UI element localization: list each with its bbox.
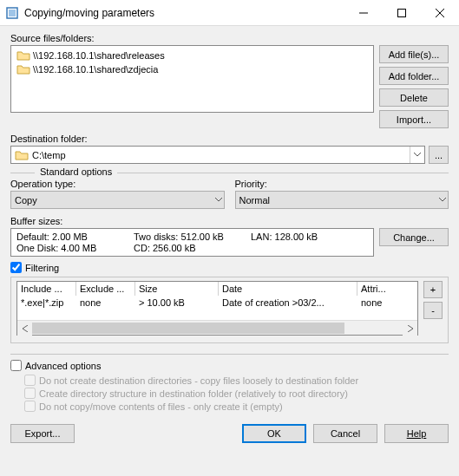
buffer-one-disk: One Disk: 4.00 MB: [16, 243, 134, 253]
priority-value: Normal: [239, 195, 270, 205]
destination-combo[interactable]: C:\temp: [10, 146, 425, 164]
buffer-cd: CD: 256.00 kB: [134, 243, 251, 253]
col-date[interactable]: Date: [219, 282, 357, 296]
window-title: Copying/moving parameters: [24, 7, 344, 19]
operation-type-label: Operation type:: [10, 179, 225, 189]
chevron-down-icon: [215, 198, 222, 202]
maximize-button[interactable]: [383, 0, 421, 26]
svg-rect-3: [398, 9, 406, 16]
delete-button[interactable]: Delete: [379, 88, 449, 107]
source-listbox[interactable]: \\192.168.10.1\shared\releases \\192.168…: [10, 45, 374, 113]
buffer-lan: LAN: 128.00 kB: [251, 231, 368, 242]
col-attr[interactable]: Attri...: [357, 282, 397, 296]
minimize-button[interactable]: [344, 0, 383, 26]
folder-icon: [16, 63, 30, 75]
folder-icon: [16, 49, 30, 62]
filtering-checkbox-label: Filtering: [25, 263, 59, 273]
source-item[interactable]: \\192.168.10.1\shared\zdjecia: [15, 62, 370, 76]
standard-options-separator: Standard options: [10, 173, 449, 173]
adv-opt-3: Do not copy/move contents of files - onl…: [24, 401, 449, 412]
titlebar: Copying/moving parameters: [0, 0, 459, 26]
filtering-checkbox[interactable]: Filtering: [10, 262, 449, 273]
add-files-button[interactable]: Add file(s)...: [379, 45, 449, 63]
operation-type-value: Copy: [15, 195, 37, 205]
advanced-options-checkbox-input[interactable]: [10, 360, 22, 371]
folder-icon: [15, 149, 29, 161]
col-include[interactable]: Include ...: [17, 282, 76, 296]
scroll-thumb[interactable]: [32, 323, 344, 334]
adv-opt-1: Do not create destination directories - …: [24, 375, 449, 386]
horizontal-scrollbar[interactable]: [17, 320, 417, 335]
advanced-options-checkbox[interactable]: Advanced options: [10, 360, 449, 371]
operation-type-select[interactable]: Copy: [10, 191, 225, 209]
chevron-down-icon[interactable]: [410, 147, 424, 163]
source-label: Source files/folders:: [10, 33, 449, 43]
priority-select[interactable]: Normal: [235, 191, 449, 209]
col-exclude[interactable]: Exclude ...: [76, 282, 135, 296]
advanced-options-label: Advanced options: [25, 361, 101, 371]
cell-size: > 10.00 kB: [135, 296, 219, 310]
scroll-left-icon[interactable]: [17, 321, 32, 336]
filter-table[interactable]: Include ... Exclude ... Size Date Attri.…: [16, 281, 418, 336]
destination-value: C:\temp: [32, 150, 66, 160]
cancel-button[interactable]: Cancel: [313, 424, 377, 443]
source-item[interactable]: \\192.168.10.1\shared\releases: [15, 49, 370, 62]
filter-panel: Include ... Exclude ... Size Date Attri.…: [10, 277, 449, 343]
filter-row[interactable]: *.exe|*.zip none > 10.00 kB Date of crea…: [17, 296, 417, 310]
priority-label: Priority:: [235, 179, 449, 189]
remove-filter-button[interactable]: -: [423, 302, 443, 319]
help-button[interactable]: Help: [384, 424, 449, 443]
cell-exclude: none: [76, 296, 135, 310]
chevron-down-icon: [439, 198, 446, 202]
buffer-sizes-box: Default: 2.00 MB Two disks: 512.00 kB LA…: [10, 228, 374, 257]
buffer-label: Buffer sizes:: [10, 216, 449, 226]
col-size[interactable]: Size: [135, 282, 219, 296]
cell-date: Date of creation >03/2...: [219, 296, 357, 310]
ok-button[interactable]: OK: [242, 424, 306, 443]
change-button[interactable]: Change...: [379, 228, 449, 246]
buffer-two-disks: Two disks: 512.00 kB: [134, 231, 251, 242]
close-button[interactable]: [421, 0, 459, 26]
source-item-path: \\192.168.10.1\shared\releases: [33, 50, 165, 61]
add-filter-button[interactable]: +: [423, 281, 443, 298]
export-button[interactable]: Export...: [10, 424, 75, 443]
filtering-checkbox-input[interactable]: [10, 262, 22, 273]
cell-include: *.exe|*.zip: [17, 296, 76, 310]
adv-opt-2: Create directory structure in destinatio…: [24, 388, 449, 399]
scroll-right-icon[interactable]: [403, 321, 417, 336]
destination-label: Destination folder:: [10, 134, 449, 144]
svg-rect-1: [9, 10, 16, 16]
source-item-path: \\192.168.10.1\shared\zdjecia: [33, 64, 158, 75]
filter-header: Include ... Exclude ... Size Date Attri.…: [17, 282, 417, 296]
import-button[interactable]: Import...: [379, 110, 449, 128]
buffer-default: Default: 2.00 MB: [16, 231, 134, 242]
standard-options-legend: Standard options: [35, 166, 117, 177]
add-folder-button[interactable]: Add folder...: [379, 67, 449, 85]
cell-attr: none: [357, 296, 397, 310]
app-icon: [5, 6, 19, 20]
browse-button[interactable]: ...: [429, 146, 449, 164]
